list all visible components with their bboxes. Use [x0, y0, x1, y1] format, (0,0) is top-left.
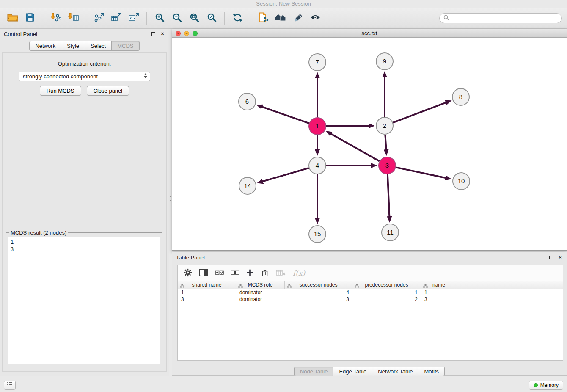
edge-2-3[interactable] — [385, 135, 386, 150]
network-canvas[interactable]: 7968124314101511 — [172, 38, 567, 250]
table-cell[interactable]: 3 — [178, 296, 236, 303]
function-builder-button[interactable]: f(x) — [293, 268, 305, 279]
table-cell[interactable]: 1 — [421, 289, 457, 296]
zoom-in-icon — [155, 13, 165, 24]
table-cell[interactable]: 3 — [285, 296, 352, 303]
select-all-button[interactable] — [215, 268, 224, 279]
node-8[interactable]: 8 — [452, 88, 469, 105]
table-row[interactable]: 1dominator411 — [178, 289, 563, 296]
optimization-select[interactable]: strongly connected component — [19, 72, 150, 81]
run-mcds-button[interactable]: Run MCDS — [40, 86, 81, 96]
edge-1-6[interactable] — [262, 107, 309, 123]
export-network-button[interactable] — [91, 11, 107, 26]
zoom-window-button[interactable]: + — [193, 31, 198, 36]
float-icon[interactable] — [151, 31, 156, 36]
fx-icon: f(x) — [293, 269, 305, 277]
toolbar-separator — [43, 12, 43, 25]
table-cell[interactable]: 4 — [285, 289, 352, 296]
tab-motifs[interactable]: Motifs — [418, 367, 445, 376]
column-view-button[interactable] — [199, 268, 208, 279]
refresh-button[interactable] — [230, 11, 245, 26]
tab-style[interactable]: Style — [61, 41, 85, 51]
node-10[interactable]: 10 — [453, 173, 470, 190]
table-cell[interactable]: 2 — [352, 296, 421, 303]
zoom-selected-button[interactable] — [204, 11, 219, 26]
close-window-button[interactable]: × — [176, 31, 181, 36]
delete-table-button[interactable] — [276, 268, 286, 279]
node-2[interactable]: 2 — [376, 117, 393, 134]
table-row[interactable]: 3dominator323 — [178, 296, 563, 303]
tab-node-table[interactable]: Node Table — [294, 367, 334, 376]
float-icon[interactable] — [548, 255, 553, 260]
zoom-fit-button[interactable] — [187, 11, 202, 26]
double-home-icon — [275, 13, 286, 23]
zoom-out-button[interactable] — [169, 11, 184, 26]
node-4[interactable]: 4 — [309, 157, 326, 174]
column-header-name[interactable]: name — [421, 281, 457, 289]
close-panel-button[interactable]: Close panel — [87, 86, 129, 96]
node-3[interactable]: 3 — [379, 157, 396, 174]
birds-eye-button[interactable] — [308, 11, 323, 26]
vertical-splitter-handle[interactable] — [170, 196, 171, 202]
node-11[interactable]: 11 — [382, 224, 399, 241]
task-history-button[interactable] — [4, 381, 16, 390]
zoom-out-icon — [172, 13, 182, 24]
node-label: 9 — [383, 58, 386, 65]
table-cell[interactable]: dominator — [236, 289, 285, 296]
tab-select[interactable]: Select — [85, 41, 112, 51]
node-7[interactable]: 7 — [309, 54, 326, 71]
show-all-button[interactable] — [273, 11, 288, 26]
deselect-all-button[interactable] — [231, 268, 239, 279]
zoom-in-button[interactable] — [152, 11, 167, 26]
column-header-predecessor-nodes[interactable]: predecessor nodes — [352, 281, 421, 289]
close-icon[interactable]: × — [558, 255, 563, 260]
tab-edge-table[interactable]: Edge Table — [333, 367, 372, 376]
memory-button[interactable]: Memory — [529, 381, 563, 390]
table-cell[interactable]: dominator — [236, 296, 285, 303]
node-1[interactable]: 1 — [309, 118, 326, 135]
edge-3-10[interactable] — [396, 167, 446, 178]
tab-network[interactable]: Network — [29, 41, 61, 51]
node-label: 4 — [316, 162, 319, 169]
open-session-button[interactable] — [5, 11, 20, 26]
save-session-button[interactable] — [22, 11, 38, 26]
edge-4-14[interactable] — [263, 168, 309, 182]
node-label: 6 — [245, 98, 249, 105]
first-neighbors-button[interactable] — [256, 11, 271, 26]
table-cell[interactable]: 3 — [421, 296, 457, 303]
import-table-button[interactable] — [66, 11, 81, 26]
app: { "window": { "title": "Session: New Ses… — [0, 0, 567, 392]
export-table-button[interactable] — [109, 11, 124, 26]
column-header-shared-name[interactable]: shared name — [178, 281, 236, 289]
main-toolbar — [0, 8, 567, 29]
folder-open-icon — [7, 13, 18, 23]
export-image-button[interactable] — [126, 11, 141, 26]
node-6[interactable]: 6 — [239, 93, 256, 110]
node-label: 3 — [385, 162, 389, 169]
edge-3-1[interactable] — [331, 134, 379, 161]
node-14[interactable]: 14 — [239, 177, 256, 194]
optimization-select-value: strongly connected component — [23, 73, 98, 80]
search-input[interactable] — [451, 15, 558, 21]
node-9[interactable]: 9 — [376, 53, 393, 70]
edge-3-11[interactable] — [388, 174, 389, 217]
node-label: 15 — [314, 230, 321, 237]
toolbar-separator — [250, 12, 250, 25]
import-network-button[interactable] — [48, 11, 63, 26]
edge-1-2[interactable] — [326, 126, 369, 126]
delete-column-button[interactable] — [261, 268, 269, 279]
add-column-button[interactable] — [246, 268, 254, 279]
column-header-successor-nodes[interactable]: successor nodes — [285, 281, 352, 289]
table-settings-button[interactable] — [184, 268, 192, 279]
minimize-window-button[interactable]: − — [184, 31, 189, 36]
table-cell[interactable]: 1 — [352, 289, 421, 296]
table-cell[interactable]: 1 — [178, 289, 236, 296]
mcds-panel: Optimization criterion: strongly connect… — [2, 52, 167, 372]
close-icon[interactable]: × — [160, 31, 165, 36]
column-header-MCDS-role[interactable]: MCDS role — [236, 281, 285, 289]
edge-2-8[interactable] — [393, 102, 446, 123]
node-15[interactable]: 15 — [309, 226, 326, 243]
tab-network-table[interactable]: Network Table — [372, 367, 418, 376]
graphics-details-button[interactable] — [290, 11, 306, 26]
tab-mcds[interactable]: MCDS — [112, 41, 139, 51]
